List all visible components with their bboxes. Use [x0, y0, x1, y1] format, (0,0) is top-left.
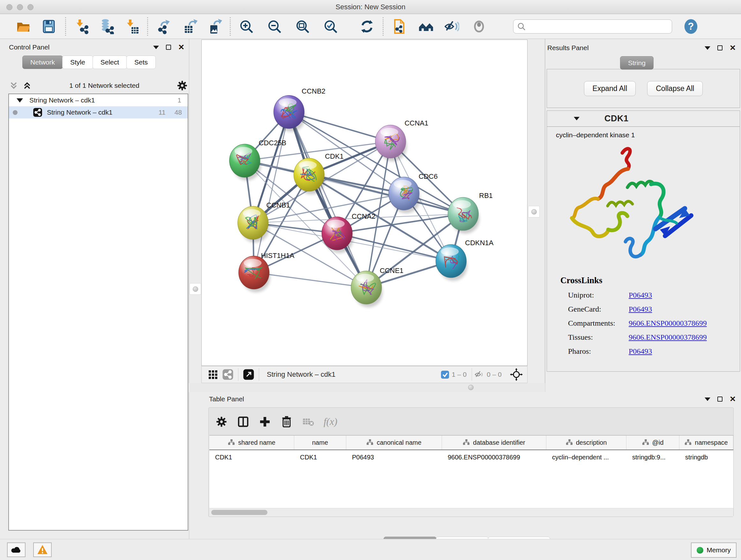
table-cell[interactable]: stringdb	[679, 450, 733, 464]
expand-all-button[interactable]: Expand All	[584, 81, 636, 96]
column-header-namespace[interactable]: namespace	[679, 435, 733, 449]
import-network-from-database-button[interactable]	[98, 18, 115, 35]
left-splitter[interactable]	[189, 39, 201, 539]
right-splitter[interactable]	[528, 39, 545, 392]
panel-close-icon[interactable]: ✕	[730, 45, 736, 51]
save-session-button[interactable]	[41, 18, 57, 35]
network-edge-CCNB2-CCNE1[interactable]	[289, 112, 366, 288]
splitter-handle[interactable]	[531, 209, 537, 214]
detach-view-icon[interactable]	[243, 369, 254, 380]
network-edge-CCNB2-HIST1H1A[interactable]	[254, 112, 289, 273]
window-titlebar: Session: New Session	[0, 0, 741, 14]
network-edge-HIST1H1A-CCNE1[interactable]	[254, 273, 366, 288]
show-graphics-details-button[interactable]	[471, 18, 487, 35]
horizontal-splitter[interactable]	[189, 383, 545, 392]
help-button[interactable]: ?	[683, 18, 699, 35]
network-node-RB1[interactable]: RB1	[448, 192, 492, 234]
panel-float-icon[interactable]	[166, 45, 171, 50]
splitter-handle[interactable]	[193, 287, 198, 292]
expand-all-icon[interactable]	[22, 80, 32, 91]
fit-selected-crosshair-icon[interactable]	[510, 368, 523, 381]
panel-float-icon[interactable]	[718, 45, 723, 51]
protein-card-header[interactable]: CDK1	[547, 111, 740, 127]
current-network-indicator	[13, 110, 17, 115]
memory-button[interactable]: Memory	[691, 543, 737, 558]
table-horizontal-scrollbar[interactable]	[209, 509, 733, 516]
crosslink-9606.ENSP00000378699[interactable]: 9606.ENSP00000378699	[629, 333, 707, 341]
collapse-all-button[interactable]: Collapse All	[647, 81, 703, 96]
tab-network[interactable]: Network	[22, 56, 63, 69]
search-input[interactable]	[526, 22, 669, 30]
hide-unhide-button[interactable]	[444, 18, 460, 35]
network-node-CCNA1[interactable]: CCNA1	[375, 119, 428, 161]
crosslink-9606.ENSP00000378699[interactable]: 9606.ENSP00000378699	[629, 319, 707, 327]
cloud-status-button[interactable]	[7, 543, 25, 557]
add-column-plus-icon[interactable]	[259, 415, 271, 428]
table-cell[interactable]: P06493	[346, 450, 442, 464]
column-header-database-identifier[interactable]: database identifier	[442, 435, 546, 449]
table-cell[interactable]: cyclin–dependent ...	[546, 450, 626, 464]
show-columns-icon[interactable]	[237, 415, 250, 428]
network-node-HIST1H1A[interactable]: HIST1H1A	[239, 252, 294, 293]
export-table-button[interactable]	[182, 18, 198, 35]
string-view-icon[interactable]	[222, 369, 233, 380]
export-network-button[interactable]	[155, 18, 171, 35]
selected-checkbox-icon[interactable]	[441, 370, 449, 379]
table-cell[interactable]: stringdb:9...	[626, 450, 679, 464]
zoom-fit-button[interactable]	[294, 18, 311, 35]
gear-icon[interactable]	[176, 79, 188, 91]
zoom-out-button[interactable]	[266, 18, 282, 35]
refresh-button[interactable]	[359, 18, 375, 35]
birds-eye-view-icon[interactable]	[208, 370, 218, 379]
tab-string[interactable]: String	[620, 56, 654, 70]
column-header-canonical-name[interactable]: canonical name	[346, 435, 442, 449]
open-session-button[interactable]	[15, 18, 31, 35]
table-row[interactable]: CDK1CDK1P064939606.ENSP00000378699cyclin…	[209, 450, 733, 464]
search-field[interactable]	[513, 19, 672, 34]
tab-style[interactable]: Style	[62, 56, 93, 69]
table-cell[interactable]: 9606.ENSP00000378699	[442, 450, 546, 464]
panel-close-icon[interactable]: ✕	[178, 45, 185, 50]
crosslink-row: Uniprot:P06493	[568, 291, 740, 300]
tab-select[interactable]: Select	[92, 56, 127, 69]
network-node-CDC6[interactable]: CDC6	[389, 172, 438, 213]
column-header-description[interactable]: description	[546, 435, 626, 449]
crosslink-P06493[interactable]: P06493	[629, 291, 652, 300]
column-header-shared-name[interactable]: shared name	[209, 435, 294, 449]
tree-expander-icon[interactable]	[17, 98, 23, 103]
network-from-document-button[interactable]	[391, 18, 407, 35]
table-options-gear-icon[interactable]	[215, 415, 228, 428]
panel-collapse-icon[interactable]	[704, 397, 711, 401]
zoom-in-button[interactable]	[239, 18, 254, 35]
panel-collapse-icon[interactable]	[153, 46, 159, 49]
tab-sets[interactable]: Sets	[126, 56, 156, 69]
import-network-button[interactable]	[74, 18, 90, 35]
import-table-button[interactable]	[124, 18, 140, 35]
delete-column-trash-icon[interactable]	[280, 415, 293, 428]
table-cell[interactable]: CDK1	[209, 450, 294, 464]
network-row[interactable]: String Network – cdk1 11 48	[9, 106, 188, 118]
node-label: CDK1	[325, 152, 344, 160]
network-canvas[interactable]: CCNB2CCNA1CDC25BCDK1CDC6RB1CCNB1CCNA2CDK…	[201, 40, 528, 366]
panel-collapse-icon[interactable]	[704, 46, 711, 50]
table-cell[interactable]: CDK1	[294, 450, 346, 464]
column-header-name[interactable]: name	[294, 435, 346, 449]
crosslink-P06493[interactable]: P06493	[629, 305, 652, 314]
column-header--id[interactable]: @id	[626, 435, 679, 449]
splitter-handle[interactable]	[468, 385, 474, 390]
card-collapse-icon[interactable]	[574, 117, 580, 120]
panel-float-icon[interactable]	[718, 396, 723, 401]
scrollbar-thumb[interactable]	[211, 510, 267, 515]
export-image-button[interactable]	[207, 18, 223, 35]
network-collection-row[interactable]: String Network – cdk1 1	[9, 94, 188, 106]
crosslink-P06493[interactable]: P06493	[629, 347, 652, 356]
table-panel: Table Panel ✕	[201, 392, 741, 539]
warnings-button[interactable]	[33, 543, 52, 557]
zoom-selected-button[interactable]	[323, 18, 339, 35]
sitemap-icon	[566, 439, 573, 446]
panel-close-icon[interactable]: ✕	[730, 396, 736, 401]
network-node-CDKN1A[interactable]: CDKN1A	[436, 239, 494, 281]
collapse-all-icon[interactable]	[8, 80, 19, 91]
home-button[interactable]	[418, 18, 434, 35]
network-node-CCNB2[interactable]: CCNB2	[274, 87, 326, 132]
